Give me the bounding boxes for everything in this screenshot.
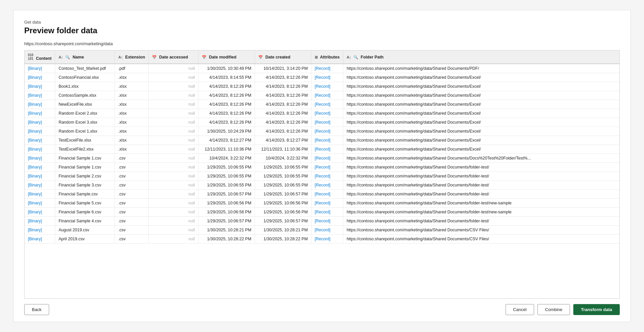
cell-name: Financial Sample 5.csv: [55, 199, 115, 208]
col-header-extension[interactable]: A↕ Extension: [115, 51, 149, 64]
cell-content[interactable]: [Binary]: [25, 91, 55, 100]
cell-content[interactable]: [Binary]: [25, 163, 55, 172]
cell-extension: .csv: [115, 235, 149, 244]
cell-content[interactable]: [Binary]: [25, 64, 55, 73]
col-header-content[interactable]: 010101 Content: [25, 51, 55, 64]
cell-date-modified: 1/29/2025, 10:06:56 PM: [199, 199, 255, 208]
cell-extension: .csv: [115, 217, 149, 226]
table-row: [Binary]ContosoFinancial.xlsx.xlsxnull4/…: [25, 73, 619, 82]
cell-folder-path: https://contoso.sharepoint.com/marketing…: [343, 199, 619, 208]
cell-attributes[interactable]: [Record]: [311, 172, 343, 181]
cell-attributes[interactable]: [Record]: [311, 64, 343, 73]
cell-date-modified: 4/14/2023, 8:12:27 PM: [199, 136, 255, 145]
cell-date-created: 1/29/2025, 10:06:55 PM: [255, 172, 311, 181]
cell-content[interactable]: [Binary]: [25, 217, 55, 226]
cell-date-modified: 1/29/2025, 10:06:57 PM: [199, 217, 255, 226]
cell-content[interactable]: [Binary]: [25, 82, 55, 91]
cell-name: April 2019.csv: [55, 235, 115, 244]
cell-attributes[interactable]: [Record]: [311, 154, 343, 163]
cell-extension: .csv: [115, 190, 149, 199]
cell-date-accessed: null: [149, 118, 199, 127]
col-header-folder-path[interactable]: A↕ 🔍 Folder Path: [343, 51, 619, 64]
cell-content[interactable]: [Binary]: [25, 145, 55, 154]
cell-content[interactable]: [Binary]: [25, 226, 55, 235]
cell-content[interactable]: [Binary]: [25, 190, 55, 199]
cell-date-modified: 4/14/2023, 8:12:26 PM: [199, 82, 255, 91]
data-table-wrapper[interactable]: 010101 Content A↕ 🔍 Name A↕ Extension 📅: [24, 50, 620, 299]
cell-attributes[interactable]: [Record]: [311, 163, 343, 172]
table-row: [Binary]Financial Sample 1.csv.csvnull10…: [25, 154, 619, 163]
combine-button[interactable]: Combine: [537, 304, 570, 315]
cell-date-created: 4/14/2023, 8:12:26 PM: [255, 109, 311, 118]
cell-name: NewExcelFile.xlsx: [55, 100, 115, 109]
table-row: [Binary]Financial Sample 5.csv.csvnull1/…: [25, 199, 619, 208]
table-row: [Binary]Random Excel 1.xlsx.xlsxnull1/30…: [25, 127, 619, 136]
cell-date-modified: 1/29/2025, 10:06:55 PM: [199, 172, 255, 181]
cell-date-modified: 1/30/2025, 10:28:21 PM: [199, 226, 255, 235]
cell-content[interactable]: [Binary]: [25, 127, 55, 136]
cell-content[interactable]: [Binary]: [25, 172, 55, 181]
cell-attributes[interactable]: [Record]: [311, 208, 343, 217]
cell-extension: .xlsx: [115, 91, 149, 100]
cell-content[interactable]: [Binary]: [25, 73, 55, 82]
cell-content[interactable]: [Binary]: [25, 235, 55, 244]
cell-content[interactable]: [Binary]: [25, 118, 55, 127]
data-table: 010101 Content A↕ 🔍 Name A↕ Extension 📅: [25, 51, 619, 244]
cell-content[interactable]: [Binary]: [25, 208, 55, 217]
cell-folder-path: https://contoso.sharepoint.com/marketing…: [343, 172, 619, 181]
cell-content[interactable]: [Binary]: [25, 100, 55, 109]
table-row: [Binary]Financial Sample 1.csv.csvnull1/…: [25, 163, 619, 172]
cell-date-modified: 4/14/2023, 8:12:26 PM: [199, 118, 255, 127]
cell-attributes[interactable]: [Record]: [311, 91, 343, 100]
col-header-date-created[interactable]: 📅 Date created: [255, 51, 311, 64]
col-header-name[interactable]: A↕ 🔍 Name: [55, 51, 115, 64]
cell-content[interactable]: [Binary]: [25, 109, 55, 118]
cell-extension: .csv: [115, 163, 149, 172]
col-header-attributes[interactable]: ⊞ Attributes: [311, 51, 343, 64]
cell-attributes[interactable]: [Record]: [311, 109, 343, 118]
cell-date-accessed: null: [149, 190, 199, 199]
cell-attributes[interactable]: [Record]: [311, 217, 343, 226]
cell-date-created: 1/29/2025, 10:06:57 PM: [255, 217, 311, 226]
cell-date-modified: 1/30/2025, 10:24:29 PM: [199, 127, 255, 136]
cell-name: Financial Sample 4.csv: [55, 217, 115, 226]
cell-name: Financial Sample 3.csv: [55, 181, 115, 190]
cell-folder-path: https://contoso.sharepoint.com/marketing…: [343, 127, 619, 136]
page-title: Preview folder data: [24, 26, 620, 35]
cell-content[interactable]: [Binary]: [25, 154, 55, 163]
cell-attributes[interactable]: [Record]: [311, 73, 343, 82]
transform-data-button[interactable]: Transform data: [573, 304, 620, 315]
cell-attributes[interactable]: [Record]: [311, 199, 343, 208]
cell-content[interactable]: [Binary]: [25, 136, 55, 145]
cell-attributes[interactable]: [Record]: [311, 235, 343, 244]
cell-date-modified: 4/14/2023, 8:12:26 PM: [199, 91, 255, 100]
cell-folder-path: https://contoso.sharepoint.com/marketing…: [343, 163, 619, 172]
cell-date-created: 1/29/2025, 10:06:56 PM: [255, 208, 311, 217]
table-row: [Binary]NewExcelFile.xlsx.xlsxnull4/14/2…: [25, 100, 619, 109]
cell-attributes[interactable]: [Record]: [311, 181, 343, 190]
cell-date-created: 4/14/2023, 8:12:26 PM: [255, 73, 311, 82]
cell-content[interactable]: [Binary]: [25, 181, 55, 190]
cell-date-accessed: null: [149, 73, 199, 82]
cell-date-accessed: null: [149, 91, 199, 100]
table-row: [Binary]April 2019.csv.csvnull1/30/2025,…: [25, 235, 619, 244]
col-header-date-accessed[interactable]: 📅 Date accessed: [149, 51, 199, 64]
cell-attributes[interactable]: [Record]: [311, 145, 343, 154]
cell-content[interactable]: [Binary]: [25, 199, 55, 208]
cell-attributes[interactable]: [Record]: [311, 226, 343, 235]
cell-attributes[interactable]: [Record]: [311, 118, 343, 127]
cell-attributes[interactable]: [Record]: [311, 127, 343, 136]
cell-date-created: 4/14/2023, 8:12:27 PM: [255, 136, 311, 145]
back-button[interactable]: Back: [24, 304, 49, 315]
cell-attributes[interactable]: [Record]: [311, 190, 343, 199]
cell-date-accessed: null: [149, 181, 199, 190]
cancel-button[interactable]: Cancel: [506, 304, 534, 315]
cell-attributes[interactable]: [Record]: [311, 100, 343, 109]
cell-name: Financial Sample.csv: [55, 190, 115, 199]
cell-folder-path: https://contoso.sharepoint.com/marketing…: [343, 145, 619, 154]
col-header-date-modified[interactable]: 📅 Date modified: [199, 51, 255, 64]
cell-attributes[interactable]: [Record]: [311, 82, 343, 91]
table-row: [Binary]Financial Sample 4.csv.csvnull1/…: [25, 217, 619, 226]
cell-attributes[interactable]: [Record]: [311, 136, 343, 145]
table-row: [Binary]Contoso_Test_Market.pdf.pdfnull1…: [25, 64, 619, 73]
